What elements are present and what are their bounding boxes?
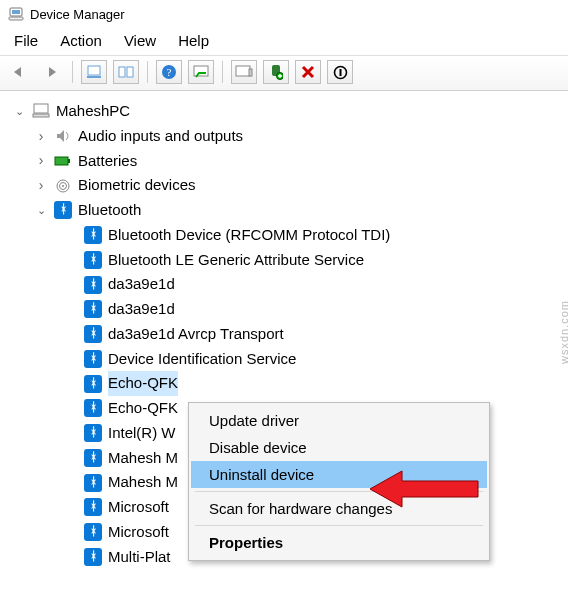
svg-rect-10 — [236, 66, 250, 76]
cat-biometric[interactable]: Biometric devices — [6, 173, 568, 198]
bt-item[interactable]: ᚼda3a9e1d — [6, 272, 568, 297]
cat-audio-label: Audio inputs and outputs — [78, 124, 243, 149]
scan-hardware-button[interactable] — [188, 60, 214, 84]
device-by-connection-button[interactable] — [113, 60, 139, 84]
menu-view[interactable]: View — [124, 32, 156, 49]
bt-item-label: Device Identification Service — [108, 347, 296, 372]
ctx-uninstall-device[interactable]: Uninstall device — [191, 461, 487, 488]
bt-item[interactable]: ᚼda3a9e1d — [6, 297, 568, 322]
menu-file[interactable]: File — [14, 32, 38, 49]
chevron-down-icon[interactable] — [12, 104, 26, 118]
bt-item-label: Microsoft — [108, 520, 169, 545]
toolbar: ? — [0, 55, 568, 91]
back-button[interactable] — [6, 60, 32, 84]
bluetooth-icon: ᚼ — [84, 300, 102, 318]
svg-text:?: ? — [167, 66, 172, 78]
bt-item[interactable]: ᚼDevice Identification Service — [6, 347, 568, 372]
bt-item-selected[interactable]: ᚼEcho-QFK — [6, 371, 568, 396]
forward-button[interactable] — [38, 60, 64, 84]
bt-item-label: Echo-QFK — [108, 371, 178, 396]
bluetooth-icon: ᚼ — [54, 201, 72, 219]
tree-root[interactable]: MaheshPC — [6, 99, 568, 124]
svg-rect-15 — [34, 104, 48, 113]
bluetooth-icon: ᚼ — [84, 325, 102, 343]
chevron-right-icon[interactable] — [34, 154, 48, 168]
svg-rect-17 — [55, 157, 68, 165]
speaker-icon — [54, 127, 72, 145]
svg-rect-4 — [87, 76, 101, 78]
battery-icon — [54, 152, 72, 170]
bluetooth-icon: ᚼ — [84, 350, 102, 368]
toolbar-separator-3 — [222, 61, 223, 83]
menu-separator — [195, 525, 483, 526]
ctx-disable-device[interactable]: Disable device — [191, 434, 487, 461]
svg-rect-1 — [12, 10, 20, 14]
bluetooth-icon: ᚼ — [84, 449, 102, 467]
bt-item[interactable]: ᚼBluetooth Device (RFCOMM Protocol TDI) — [6, 223, 568, 248]
help-button[interactable]: ? — [156, 60, 182, 84]
svg-rect-9 — [194, 66, 208, 76]
disable-device-button[interactable] — [327, 60, 353, 84]
bt-item-label: Bluetooth LE Generic Attribute Service — [108, 248, 364, 273]
bt-item-label: da3a9e1d — [108, 297, 175, 322]
bt-item-label: da3a9e1d Avrcp Transport — [108, 322, 284, 347]
bluetooth-icon: ᚼ — [84, 375, 102, 393]
bluetooth-icon: ᚼ — [84, 474, 102, 492]
fingerprint-icon — [54, 177, 72, 195]
menu-separator — [195, 491, 483, 492]
cat-bluetooth[interactable]: ᚼ Bluetooth — [6, 198, 568, 223]
menu-bar: File Action View Help — [0, 28, 568, 55]
cat-batteries-label: Batteries — [78, 149, 137, 174]
bluetooth-icon: ᚼ — [84, 424, 102, 442]
svg-rect-3 — [88, 66, 100, 75]
bluetooth-icon: ᚼ — [84, 399, 102, 417]
bt-item-label: Mahesh M — [108, 446, 178, 471]
root-label: MaheshPC — [56, 99, 130, 124]
ctx-update-driver[interactable]: Update driver — [191, 407, 487, 434]
window-title: Device Manager — [30, 7, 125, 22]
svg-rect-11 — [249, 69, 252, 76]
bluetooth-icon: ᚼ — [84, 276, 102, 294]
chevron-down-icon[interactable] — [34, 203, 48, 217]
ctx-scan-hardware[interactable]: Scan for hardware changes — [191, 495, 487, 522]
toolbar-separator-2 — [147, 61, 148, 83]
svg-rect-6 — [127, 67, 133, 77]
bt-item-label: Bluetooth Device (RFCOMM Protocol TDI) — [108, 223, 390, 248]
title-bar: Device Manager — [0, 0, 568, 28]
toolbar-separator — [72, 61, 73, 83]
enable-device-button[interactable] — [263, 60, 289, 84]
bt-item-label: Mahesh M — [108, 470, 178, 495]
bt-item-label: Multi-Plat — [108, 545, 171, 570]
cat-biometric-label: Biometric devices — [78, 173, 196, 198]
bluetooth-icon: ᚼ — [84, 498, 102, 516]
show-hidden-button[interactable] — [81, 60, 107, 84]
cat-bluetooth-label: Bluetooth — [78, 198, 141, 223]
bt-item[interactable]: ᚼBluetooth LE Generic Attribute Service — [6, 248, 568, 273]
cat-batteries[interactable]: Batteries — [6, 149, 568, 174]
svg-rect-2 — [9, 17, 23, 20]
bluetooth-icon: ᚼ — [84, 548, 102, 566]
cat-audio[interactable]: Audio inputs and outputs — [6, 124, 568, 149]
bt-item-label: Microsoft — [108, 495, 169, 520]
svg-rect-16 — [33, 114, 49, 117]
uninstall-device-button[interactable] — [295, 60, 321, 84]
chevron-right-icon[interactable] — [34, 129, 48, 143]
bluetooth-icon: ᚼ — [84, 523, 102, 541]
computer-icon — [32, 102, 50, 120]
bt-item-label: Intel(R) W — [108, 421, 176, 446]
bluetooth-icon: ᚼ — [84, 251, 102, 269]
svg-rect-18 — [68, 159, 70, 163]
svg-rect-5 — [119, 67, 125, 77]
context-menu: Update driver Disable device Uninstall d… — [188, 402, 490, 561]
update-driver-button[interactable] — [231, 60, 257, 84]
svg-point-21 — [62, 185, 64, 187]
menu-action[interactable]: Action — [60, 32, 102, 49]
chevron-right-icon[interactable] — [34, 179, 48, 193]
bt-item-label: da3a9e1d — [108, 272, 175, 297]
bt-item[interactable]: ᚼda3a9e1d Avrcp Transport — [6, 322, 568, 347]
device-manager-icon — [8, 6, 24, 22]
ctx-properties[interactable]: Properties — [191, 529, 487, 556]
watermark: wsxdn.com — [558, 300, 568, 364]
bt-item-label: Echo-QFK — [108, 396, 178, 421]
menu-help[interactable]: Help — [178, 32, 209, 49]
